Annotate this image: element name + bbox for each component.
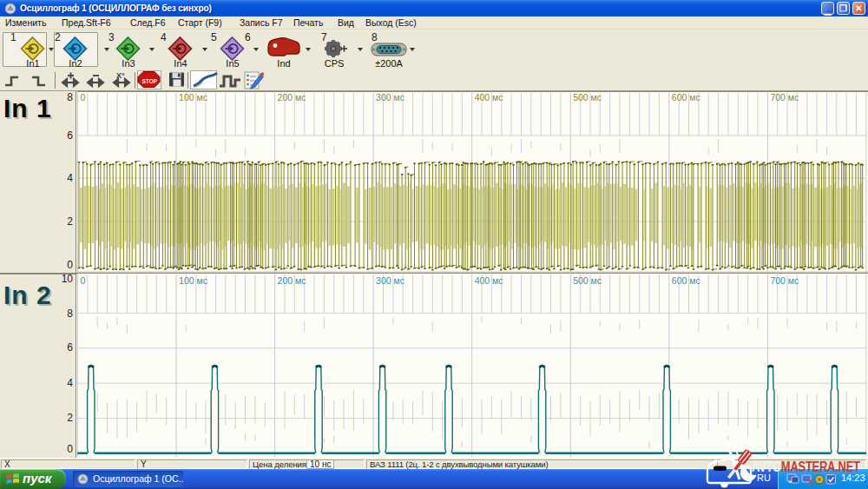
svg-text:300 мс: 300 мс xyxy=(376,92,404,102)
svg-text:300 мс: 300 мс xyxy=(376,275,404,286)
svg-text:STOP: STOP xyxy=(142,78,158,84)
svg-text:400 мс: 400 мс xyxy=(475,275,503,286)
svg-text:0: 0 xyxy=(81,275,86,286)
svg-text:400 мс: 400 мс xyxy=(475,92,503,102)
svg-text:200 мс: 200 мс xyxy=(278,275,306,286)
svg-text:X°: X° xyxy=(116,71,125,80)
svg-text:100 мс: 100 мс xyxy=(179,275,207,286)
svg-text:600 мс: 600 мс xyxy=(672,92,700,102)
svg-text:0: 0 xyxy=(81,92,86,102)
svg-text:700 мс: 700 мс xyxy=(770,92,799,102)
svg-text:200 мс: 200 мс xyxy=(278,92,306,102)
svg-text:600 мс: 600 мс xyxy=(672,275,700,286)
svg-text:500 мс: 500 мс xyxy=(573,92,602,102)
svg-text:100 мс: 100 мс xyxy=(179,92,207,102)
svg-text:500 мс: 500 мс xyxy=(573,275,602,286)
svg-text:700 мс: 700 мс xyxy=(770,275,799,286)
